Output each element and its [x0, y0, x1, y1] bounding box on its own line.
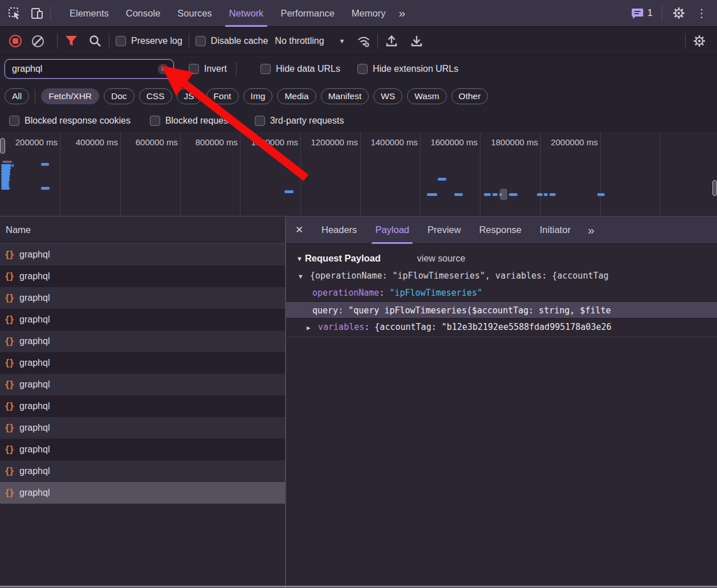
request-row[interactable]: {}graphql — [0, 287, 285, 309]
hide-extension-urls-label: Hide extension URLs — [373, 64, 458, 74]
inspect-element-icon[interactable] — [7, 6, 22, 21]
disable-cache-checkbox[interactable] — [195, 36, 206, 46]
request-row[interactable]: {}graphql — [0, 482, 285, 504]
payload-entry-variables[interactable]: ▶variables: {accountTag: "b12e3b2192ee55… — [286, 318, 717, 336]
payload-value: "query ipFlowTimeseries($accountTag: str… — [348, 305, 611, 316]
hide-extension-urls-group[interactable]: Hide extension URLs — [357, 64, 458, 74]
chip-font[interactable]: Font — [206, 88, 239, 104]
console-messages-indicator[interactable]: 1 — [632, 8, 653, 19]
tab-performance[interactable]: Performance — [272, 0, 343, 27]
kebab-menu-icon[interactable]: ⋮ — [694, 6, 709, 21]
preserve-log-label: Preserve log — [131, 36, 182, 46]
request-row[interactable]: {}graphql — [0, 374, 285, 395]
hide-data-urls-label: Hide data URLs — [276, 64, 340, 74]
3rd-party-requests-checkbox[interactable] — [255, 116, 265, 126]
payload-entry-operationName[interactable]: operationName: "ipFlowTimeseries" — [286, 284, 717, 301]
hide-data-urls-group[interactable]: Hide data URLs — [260, 64, 340, 74]
divider — [286, 337, 717, 337]
request-row[interactable]: {}graphql — [0, 309, 285, 330]
clear-network-log-icon[interactable] — [32, 35, 44, 47]
network-settings-gear-icon[interactable] — [692, 34, 707, 48]
chip-doc[interactable]: Doc — [104, 88, 135, 104]
import-har-icon[interactable] — [384, 34, 399, 48]
network-conditions-icon[interactable] — [356, 34, 371, 48]
details-tab-response[interactable]: Response — [470, 217, 531, 244]
settings-gear-icon[interactable] — [671, 6, 686, 21]
chip-css[interactable]: CSS — [139, 88, 172, 104]
payload-root-preview[interactable]: ▼{operationName: "ipFlowTimeseries", var… — [286, 267, 717, 284]
filter-input[interactable] — [12, 64, 158, 74]
payload-key: operationName — [312, 288, 379, 298]
message-bubble-icon — [632, 8, 643, 19]
request-row[interactable]: {}graphql — [0, 460, 285, 482]
request-name: graphql — [19, 379, 50, 390]
payload-colon: : — [338, 305, 348, 316]
device-toolbar-icon[interactable] — [30, 6, 44, 21]
network-overview-timeline[interactable]: 200000 ms400000 ms600000 ms800000 ms1000… — [0, 132, 717, 217]
chip-img[interactable]: Img — [243, 88, 273, 104]
name-column-header[interactable]: Name — [0, 217, 285, 244]
json-braces-icon: {} — [5, 444, 14, 455]
chip-js[interactable]: JS — [177, 88, 202, 104]
chip-wasm[interactable]: Wasm — [407, 88, 446, 104]
throttling-select[interactable]: No throttling ▼ — [275, 36, 345, 46]
more-tabs-icon[interactable]: » — [394, 6, 409, 20]
record-network-log-button[interactable] — [9, 35, 22, 47]
request-row[interactable]: {}graphql — [0, 244, 285, 266]
details-tab-payload[interactable]: Payload — [366, 217, 418, 244]
tab-network[interactable]: Network — [221, 0, 272, 27]
details-tab-headers[interactable]: Headers — [312, 217, 366, 244]
request-row[interactable]: {}graphql — [0, 439, 285, 460]
blocked-requests-group[interactable]: Blocked requests — [150, 116, 235, 126]
timeline-request-bar — [41, 187, 50, 190]
request-details-panel: ✕ HeadersPayloadPreviewResponseInitiator… — [286, 217, 717, 588]
invert-checkbox[interactable] — [189, 64, 199, 74]
chip-all[interactable]: All — [5, 88, 29, 104]
filter-funnel-icon[interactable] — [64, 34, 79, 48]
expand-triangle-icon: ▼ — [299, 268, 308, 284]
json-braces-icon: {} — [5, 293, 14, 303]
json-braces-icon: {} — [5, 271, 14, 281]
payload-value: "ipFlowTimeseries" — [389, 288, 482, 298]
chip-fetch-xhr[interactable]: Fetch/XHR — [41, 88, 99, 104]
hide-data-urls-checkbox[interactable] — [260, 64, 271, 74]
blocked-response-cookies-checkbox[interactable] — [9, 116, 19, 126]
request-row[interactable]: {}graphql — [0, 417, 285, 439]
details-tab-initiator[interactable]: Initiator — [531, 217, 580, 244]
preserve-log-checkbox[interactable] — [116, 36, 126, 46]
tab-console[interactable]: Console — [117, 0, 169, 27]
chip-ws[interactable]: WS — [373, 88, 402, 104]
blocked-requests-checkbox[interactable] — [150, 116, 160, 126]
overview-right-handle[interactable] — [712, 180, 717, 196]
tab-elements[interactable]: Elements — [61, 0, 117, 27]
request-payload-section-header[interactable]: ▼ Request Payload view source — [286, 244, 717, 267]
export-har-icon[interactable] — [409, 34, 424, 48]
request-row[interactable]: {}graphql — [0, 352, 285, 374]
clear-filter-icon[interactable]: ✕ — [158, 64, 169, 75]
network-filter-input-box[interactable]: ✕ — [5, 59, 174, 79]
chip-manifest[interactable]: Manifest — [321, 88, 369, 104]
request-row[interactable]: {}graphql — [0, 395, 285, 417]
chip-media[interactable]: Media — [277, 88, 316, 104]
disable-cache-checkbox-group[interactable]: Disable cache — [195, 36, 268, 46]
view-source-link[interactable]: view source — [417, 254, 465, 264]
timeline-tick-label: 1400000 ms — [355, 137, 418, 147]
filter-row: ✕ Invert Hide data URLs Hide extension U… — [0, 55, 717, 83]
tab-sources[interactable]: Sources — [169, 0, 221, 27]
details-tab-preview[interactable]: Preview — [418, 217, 470, 244]
request-name: graphql — [19, 423, 50, 433]
invert-checkbox-group[interactable]: Invert — [189, 64, 227, 74]
request-row[interactable]: {}graphql — [0, 266, 285, 287]
request-list: {}graphql{}graphql{}graphql{}graphql{}gr… — [0, 244, 285, 504]
tab-memory[interactable]: Memory — [343, 0, 394, 27]
blocked-response-cookies-group[interactable]: Blocked response cookies — [9, 116, 131, 126]
3rd-party-requests-group[interactable]: 3rd-party requests — [255, 116, 344, 126]
more-details-tabs-icon[interactable]: » — [583, 223, 598, 237]
request-row[interactable]: {}graphql — [0, 330, 285, 352]
hide-extension-urls-checkbox[interactable] — [357, 64, 368, 74]
close-details-icon[interactable]: ✕ — [286, 224, 312, 236]
chip-other[interactable]: Other — [451, 88, 488, 104]
search-icon[interactable] — [88, 34, 103, 48]
preserve-log-checkbox-group[interactable]: Preserve log — [116, 36, 182, 46]
payload-entry-query[interactable]: query: "query ipFlowTimeseries($accountT… — [286, 301, 717, 318]
